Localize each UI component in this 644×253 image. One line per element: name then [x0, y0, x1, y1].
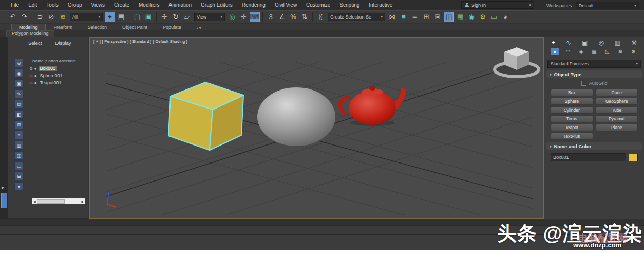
viewport-canvas[interactable]	[90, 38, 543, 218]
render-production-icon[interactable]: ◕	[500, 12, 510, 22]
hierarchy-tab[interactable]: ▣	[582, 39, 588, 46]
schematic-view-icon[interactable]: ▦	[455, 12, 465, 22]
primitive-button[interactable]: Cylinder	[551, 106, 593, 114]
menu-item[interactable]: Modifiers	[134, 1, 164, 9]
select-and-manipulate-icon[interactable]: ✛	[238, 12, 249, 22]
explorer-row[interactable]: ⊙ ● Teapot001	[25, 79, 86, 86]
object-name[interactable]: Box001	[39, 66, 58, 71]
object-name[interactable]: Sphere001	[39, 73, 64, 78]
undo-icon[interactable]: ↶	[8, 12, 18, 22]
spinner-snap-icon[interactable]: ⇅	[299, 12, 310, 22]
keyboard-shortcut-override-icon[interactable]: ⌨	[250, 12, 260, 22]
explorer-tool-icon[interactable]: ◉	[14, 69, 24, 78]
primitive-button[interactable]: TextPlus	[551, 133, 593, 140]
viewport-layout-tab[interactable]	[1, 193, 7, 208]
menu-item[interactable]: Graph Editors	[196, 1, 237, 9]
explorer-tool-icon[interactable]: ▭	[14, 161, 24, 170]
menu-item[interactable]: Edit	[24, 1, 42, 9]
menu-item[interactable]: File	[6, 1, 24, 9]
autogrid-checkbox[interactable]	[581, 81, 586, 86]
layer-explorer-icon[interactable]: ≣	[410, 12, 420, 22]
object-dot-icon[interactable]: ●	[34, 74, 37, 78]
explorer-tool-icon[interactable]: ⊞	[14, 120, 24, 129]
display-tab[interactable]: ▥	[615, 39, 620, 46]
select-and-link-icon[interactable]: ⊃	[35, 12, 45, 22]
redo-icon[interactable]: ↷	[19, 12, 29, 22]
explorer-row[interactable]: ⊙ ● Sphere001	[25, 72, 86, 79]
ribbon-tab[interactable]: Populate	[156, 24, 188, 30]
workspace-select[interactable]: Default ▾	[576, 2, 639, 9]
explorer-tool-icon[interactable]: ◧	[14, 110, 24, 119]
ribbon-overflow-icon[interactable]: ▪ ▾	[197, 26, 201, 30]
geometry-tab[interactable]: ●	[551, 48, 559, 55]
selection-filter-dropdown[interactable]: All ▾	[70, 13, 103, 21]
explorer-tool-icon[interactable]: ⊟	[14, 172, 24, 180]
select-and-rotate-icon[interactable]: ↻	[171, 12, 181, 22]
cameras-tab[interactable]: ▦	[590, 48, 599, 55]
sphere-object[interactable]	[257, 87, 335, 146]
window-crossing-icon[interactable]: ▣	[143, 12, 154, 22]
select-by-name-icon[interactable]: ▤	[116, 12, 126, 22]
expand-panel-icon[interactable]: ▶	[2, 186, 4, 190]
object-name-field[interactable]: Box001	[551, 153, 626, 161]
menu-item[interactable]: Animation	[164, 1, 196, 9]
menu-item[interactable]: Tools	[42, 1, 63, 9]
sign-in-button[interactable]: Sign In ▾	[461, 1, 534, 9]
primitive-button[interactable]: Torus	[551, 115, 593, 122]
polygon-modeling-panel[interactable]: Polygon Modeling	[6, 30, 54, 37]
primitive-button[interactable]: Cone	[596, 89, 638, 96]
align-icon[interactable]: ≡	[399, 12, 409, 22]
visibility-eye-icon[interactable]: ⊙	[29, 74, 33, 78]
explorer-row[interactable]: ⊙ ● Box001	[25, 65, 86, 72]
explorer-tool-icon[interactable]: ▾	[14, 182, 24, 191]
bind-to-space-warp-icon[interactable]: ≋	[58, 12, 68, 22]
reference-coordinate-system-dropdown[interactable]: View ▾	[194, 13, 225, 21]
menu-item[interactable]: Views	[87, 1, 110, 9]
explorer-column-header[interactable]: Name (Sorted Ascendin	[25, 59, 86, 63]
explorer-tool-icon[interactable]: ▣	[14, 79, 24, 88]
primitive-button[interactable]: Sphere	[551, 98, 593, 105]
systems-tab[interactable]: ⚙	[629, 48, 638, 55]
menu-item[interactable]: Create	[109, 1, 134, 9]
box-object[interactable]	[168, 82, 243, 150]
modify-tab[interactable]: ∿	[566, 39, 571, 46]
primitive-button[interactable]: Teapot	[551, 124, 593, 131]
scroll-right-icon[interactable]: ▶	[81, 200, 84, 203]
visibility-eye-icon[interactable]: ⊙	[29, 81, 33, 85]
object-type-rollout-header[interactable]: ▾ Object Type	[546, 70, 642, 78]
viewport-label[interactable]: [ + ] [ Perspective ] [ Standard ] [ Def…	[93, 39, 187, 44]
scene-explorer-toggle-icon[interactable]: ⊞	[421, 12, 431, 22]
menu-item[interactable]: Interactive	[364, 1, 397, 9]
explorer-menu[interactable]: Select	[28, 40, 42, 46]
ribbon-tab[interactable]: Freeform	[47, 24, 80, 30]
mirror-icon[interactable]: ⋈	[387, 12, 397, 22]
object-dot-icon[interactable]: ●	[34, 66, 37, 71]
rendered-frame-icon[interactable]: ▭	[489, 12, 499, 22]
menu-item[interactable]: Customize	[301, 1, 335, 9]
visibility-eye-icon[interactable]: ⊙	[29, 66, 33, 71]
rectangular-selection-region-icon[interactable]: ▢	[132, 12, 142, 22]
primitive-button[interactable]: Pyramid	[596, 115, 638, 122]
scrollbar-thumb[interactable]	[37, 199, 65, 204]
percent-snap-icon[interactable]: %	[288, 12, 298, 22]
edit-named-selection-sets-icon[interactable]: ({	[315, 12, 326, 22]
explorer-tool-icon[interactable]: ≡	[14, 131, 24, 139]
object-color-swatch[interactable]	[629, 154, 638, 161]
primitive-button[interactable]: Box	[551, 89, 593, 96]
shapes-tab[interactable]: ◠	[564, 48, 573, 55]
create-tab[interactable]: +	[552, 39, 555, 46]
motion-tab[interactable]: ◎	[598, 39, 603, 46]
angle-snap-icon[interactable]: ∠	[277, 12, 287, 22]
primitive-button[interactable]: GeoSphere	[596, 98, 638, 105]
explorer-tool-icon[interactable]: ▤	[14, 100, 24, 109]
menu-item[interactable]: Scripting	[335, 1, 364, 9]
ribbon-toggle-icon[interactable]: ⌸	[432, 12, 443, 22]
use-pivot-point-center-icon[interactable]: ◎	[227, 12, 237, 22]
snap-toggle-3d-icon[interactable]: 3	[266, 12, 276, 22]
helpers-tab[interactable]: ◺	[603, 48, 612, 55]
menu-item[interactable]: Rendering	[237, 1, 270, 9]
menu-item[interactable]: Civil View	[270, 1, 301, 9]
select-and-scale-icon[interactable]: ▱	[182, 12, 192, 22]
explorer-tool-icon[interactable]: ⊙	[14, 59, 24, 67]
unlink-selection-icon[interactable]: ⊘	[46, 12, 56, 22]
